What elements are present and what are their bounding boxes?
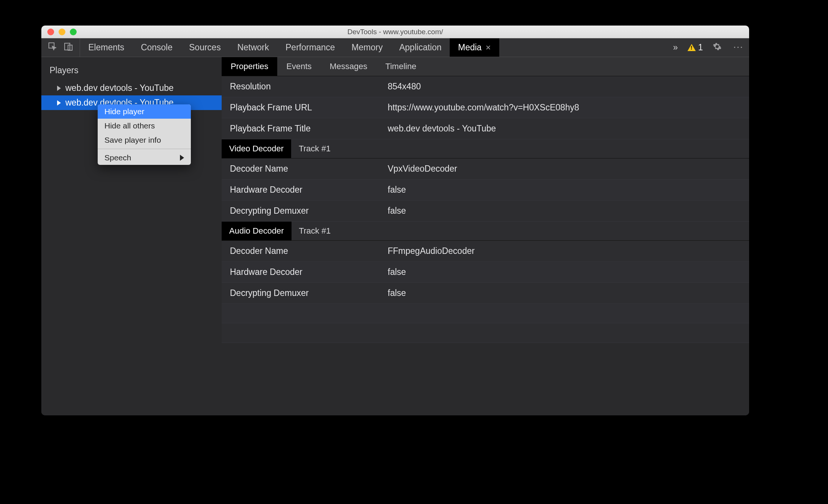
property-key: Playback Frame Title xyxy=(230,124,388,134)
close-window-button[interactable] xyxy=(47,29,54,35)
tab-elements[interactable]: Elements xyxy=(80,38,133,57)
section-sub: Track #1 xyxy=(291,139,338,158)
play-triangle-icon xyxy=(57,100,61,106)
property-row: Hardware Decoderfalse xyxy=(222,262,749,283)
ctx-hide-player[interactable]: Hide player xyxy=(98,104,191,119)
devtools-window: DevTools - www.youtube.com/ Elements Con… xyxy=(41,26,749,415)
property-value: 854x480 xyxy=(388,81,421,92)
property-key: Playback Frame URL xyxy=(230,103,388,113)
warnings-badge[interactable]: 1 xyxy=(683,42,707,53)
tab-label: Application xyxy=(399,42,442,53)
tab-network[interactable]: Network xyxy=(229,38,277,57)
property-row: Resolution854x480 xyxy=(222,76,749,97)
section-chip: Video Decoder xyxy=(222,139,291,158)
panel-tabs: Elements Console Sources Network Perform… xyxy=(80,38,668,57)
details-subtabs: Properties Events Messages Timeline xyxy=(222,57,749,76)
ctx-hide-others[interactable]: Hide all others xyxy=(98,119,191,133)
warning-count: 1 xyxy=(698,42,703,53)
properties-rows: Resolution854x480 Playback Frame URLhttp… xyxy=(222,76,749,415)
property-key: Decoder Name xyxy=(230,164,388,174)
ctx-speech-submenu[interactable]: Speech xyxy=(98,151,191,165)
device-toolbar-icon[interactable] xyxy=(64,42,73,53)
property-row: Decoder NameVpxVideoDecoder xyxy=(222,158,749,180)
property-value: false xyxy=(388,288,406,298)
tab-memory[interactable]: Memory xyxy=(343,38,391,57)
play-triangle-icon xyxy=(57,86,61,91)
tab-label: Memory xyxy=(352,42,383,53)
tab-label: Sources xyxy=(189,42,221,53)
tab-label: Elements xyxy=(88,42,124,53)
property-key: Decrypting Demuxer xyxy=(230,206,388,216)
close-tab-icon[interactable]: ✕ xyxy=(485,44,491,52)
empty-row xyxy=(222,323,749,343)
property-row: Playback Frame URLhttps://www.youtube.co… xyxy=(222,97,749,118)
sidebar-title: Players xyxy=(41,57,222,81)
player-list-item[interactable]: web.dev devtools - YouTube xyxy=(41,81,222,95)
property-row: Playback Frame Titleweb.dev devtools - Y… xyxy=(222,118,749,139)
tab-label: Media xyxy=(458,42,482,53)
tab-label: Network xyxy=(237,42,269,53)
devtools-toolbar: Elements Console Sources Network Perform… xyxy=(41,38,749,57)
toolbar-left-tools xyxy=(41,38,80,57)
subtab-timeline[interactable]: Timeline xyxy=(376,57,425,76)
context-menu: Hide player Hide all others Save player … xyxy=(98,104,191,165)
audio-decoder-section: Audio Decoder Track #1 xyxy=(222,222,749,241)
property-key: Resolution xyxy=(230,81,388,92)
minimize-window-button[interactable] xyxy=(59,29,65,35)
tabs-overflow-button[interactable]: » xyxy=(668,42,683,53)
tab-label: Performance xyxy=(286,42,335,53)
tab-label: Console xyxy=(141,42,172,53)
property-key: Hardware Decoder xyxy=(230,267,388,277)
window-title: DevTools - www.youtube.com/ xyxy=(41,28,749,36)
property-key: Decrypting Demuxer xyxy=(230,288,388,298)
property-value: false xyxy=(388,185,406,195)
property-value: false xyxy=(388,267,406,277)
player-label: web.dev devtools - YouTube xyxy=(65,83,174,93)
ctx-save-player-info[interactable]: Save player info xyxy=(98,133,191,147)
property-row: Hardware Decoderfalse xyxy=(222,180,749,201)
video-decoder-section: Video Decoder Track #1 xyxy=(222,139,749,158)
subtab-properties[interactable]: Properties xyxy=(222,57,277,76)
property-value: web.dev devtools - YouTube xyxy=(388,124,496,134)
tab-application[interactable]: Application xyxy=(391,38,450,57)
submenu-arrow-icon xyxy=(180,155,184,161)
svg-rect-1 xyxy=(65,43,70,50)
property-value: VpxVideoDecoder xyxy=(388,164,457,174)
property-row: Decrypting Demuxerfalse xyxy=(222,201,749,222)
tab-performance[interactable]: Performance xyxy=(277,38,343,57)
media-details-panel: Properties Events Messages Timeline Reso… xyxy=(222,57,749,415)
warning-icon xyxy=(687,44,696,51)
panel-body: Players web.dev devtools - YouTube web.d… xyxy=(41,57,749,415)
window-controls xyxy=(47,29,77,35)
subtab-messages[interactable]: Messages xyxy=(321,57,376,76)
tab-media[interactable]: Media ✕ xyxy=(450,38,499,57)
tab-sources[interactable]: Sources xyxy=(181,38,229,57)
property-value: FFmpegAudioDecoder xyxy=(388,246,474,256)
more-options-button[interactable]: ⋮ xyxy=(727,42,749,53)
titlebar: DevTools - www.youtube.com/ xyxy=(41,26,749,38)
property-row: Decoder NameFFmpegAudioDecoder xyxy=(222,241,749,262)
tab-console[interactable]: Console xyxy=(133,38,181,57)
subtab-events[interactable]: Events xyxy=(277,57,320,76)
settings-button[interactable] xyxy=(707,42,727,53)
empty-row xyxy=(222,304,749,323)
property-row: Decrypting Demuxerfalse xyxy=(222,283,749,304)
section-sub: Track #1 xyxy=(292,222,338,240)
maximize-window-button[interactable] xyxy=(70,29,77,35)
ctx-separator xyxy=(98,149,191,149)
property-key: Hardware Decoder xyxy=(230,185,388,195)
section-chip: Audio Decoder xyxy=(222,222,292,240)
players-sidebar: Players web.dev devtools - YouTube web.d… xyxy=(41,57,222,415)
property-value: https://www.youtube.com/watch?v=H0XScE08… xyxy=(388,103,579,113)
inspect-element-icon[interactable] xyxy=(48,42,57,53)
property-value: false xyxy=(388,206,406,216)
property-key: Decoder Name xyxy=(230,246,388,256)
